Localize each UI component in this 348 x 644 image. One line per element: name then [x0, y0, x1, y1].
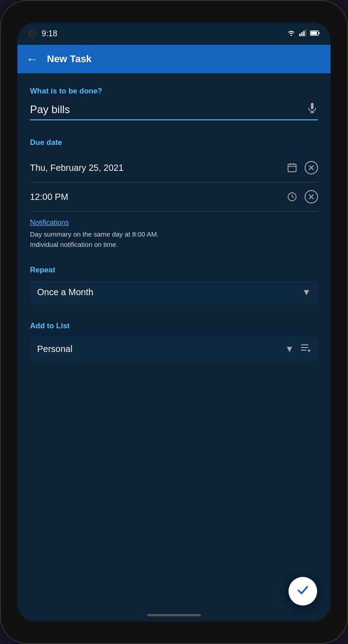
battery-icon	[310, 30, 320, 38]
signal-icon	[299, 29, 306, 38]
svg-rect-1	[301, 32, 303, 36]
app-bar-title: New Task	[47, 53, 92, 65]
check-icon	[296, 583, 310, 600]
list-value: Personal	[37, 344, 285, 354]
svg-rect-5	[319, 32, 320, 34]
home-indicator	[147, 614, 201, 616]
list-dropdown-arrow-icon: ▼	[285, 344, 294, 354]
camera-dot	[28, 30, 36, 38]
svg-rect-3	[306, 29, 307, 36]
svg-line-18	[292, 197, 294, 198]
time-row: 12:00 PM	[30, 182, 318, 212]
phone-shell: 9:18	[0, 0, 348, 644]
mic-button[interactable]	[306, 102, 318, 117]
notifications-desc-line2: Individual notification on time.	[30, 240, 318, 250]
status-bar-left: 9:18	[28, 29, 57, 38]
calendar-button[interactable]	[284, 160, 300, 176]
add-list-icon[interactable]	[300, 343, 311, 355]
task-input[interactable]	[30, 103, 306, 116]
clear-time-button[interactable]	[305, 190, 318, 203]
back-button[interactable]: ←	[26, 53, 38, 65]
svg-rect-2	[303, 31, 305, 36]
repeat-dropdown-arrow-icon: ▼	[302, 287, 311, 297]
status-bar: 9:18	[17, 22, 331, 45]
status-time: 9:18	[42, 29, 57, 38]
date-value: Thu, February 25, 2021	[30, 163, 280, 173]
wifi-icon	[287, 29, 296, 38]
add-to-list-label: Add to List	[30, 322, 318, 330]
list-icons: ▼	[285, 343, 311, 355]
svg-rect-7	[311, 103, 314, 109]
task-input-section: What is to be done?	[30, 87, 318, 120]
content-area: What is to be done? Due date	[17, 73, 331, 622]
repeat-dropdown[interactable]: Once a Month ▼	[30, 281, 318, 304]
repeat-label: Repeat	[30, 266, 318, 275]
due-date-section: Due date Thu, February 25, 2021	[30, 138, 318, 212]
status-icons	[287, 29, 320, 38]
svg-rect-10	[288, 164, 296, 172]
phone-screen: 9:18	[17, 22, 331, 622]
svg-rect-6	[311, 32, 317, 35]
add-to-list-section: Add to List Personal ▼	[30, 322, 318, 361]
repeat-section: Repeat Once a Month ▼	[30, 266, 318, 304]
save-fab-button[interactable]	[289, 577, 317, 606]
task-section-label: What is to be done?	[30, 87, 318, 96]
time-value: 12:00 PM	[30, 192, 280, 202]
clear-date-button[interactable]	[305, 161, 318, 174]
notifications-link[interactable]: Notifications	[30, 219, 69, 227]
repeat-value: Once a Month	[37, 287, 302, 297]
clock-button[interactable]	[284, 189, 300, 205]
svg-rect-0	[299, 34, 301, 36]
due-date-label: Due date	[30, 138, 318, 147]
date-row: Thu, February 25, 2021	[30, 153, 318, 182]
notifications-desc-line1: Day summary on the same day at 8:00 AM.	[30, 229, 318, 240]
app-bar: ← New Task	[17, 45, 331, 73]
notifications-section: Notifications Day summary on the same da…	[30, 219, 318, 250]
list-dropdown[interactable]: Personal ▼	[30, 337, 318, 361]
task-input-row	[30, 102, 318, 120]
